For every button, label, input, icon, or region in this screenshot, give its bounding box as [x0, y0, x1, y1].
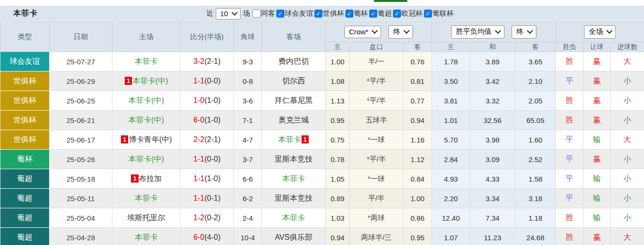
period-select[interactable]: 全场 — [584, 25, 616, 39]
score-cell: 1-2(0-2) — [181, 208, 234, 228]
period-select-value: 全场 — [589, 27, 603, 36]
halftime-score: (2-1) — [204, 57, 221, 65]
fulltime-score: 1-1 — [193, 155, 204, 163]
chevron-down-icon — [495, 28, 501, 34]
away-team-cell: 拜仁慕尼黑 — [262, 91, 326, 111]
crow-home-odds-cell: 1.00 — [326, 52, 350, 71]
crow-home-odds-cell: 0.78 — [326, 150, 350, 169]
home-team-cell: 本菲卡(中) — [112, 91, 181, 111]
halftime-score: (1-0) — [204, 96, 221, 104]
bookmaker-group-header: Crow* 终 — [326, 22, 432, 42]
avg-away-odds-cell: 2.05 — [515, 91, 556, 111]
checked-checkbox-icon[interactable]: ✓ — [276, 10, 284, 18]
filter-item[interactable]: ✓葡超 — [369, 9, 392, 18]
bookmaker-time-select[interactable]: 终 — [388, 25, 413, 39]
outcome-goals-cell: 大 — [611, 228, 644, 245]
corners-cell: 0-8 — [234, 71, 262, 91]
filter-item[interactable]: ✓葡联杯 — [424, 9, 454, 18]
outcome-winloss-cell: 平 — [556, 169, 584, 189]
handicap-line: 平/半 — [368, 194, 384, 202]
handicap-cell: 五球半 — [350, 111, 403, 130]
handicap-cell: *平/半 — [350, 91, 403, 111]
recent-count-select[interactable]: 10 — [216, 8, 241, 20]
crow-away-odds-cell: 0.95 — [403, 228, 432, 245]
filter-controls: 近 10 场 同客✓球会友谊✓世俱杯✓葡杯✓葡超✓欧冠杯✓葡联杯 — [204, 6, 455, 21]
corners-cell: 9-3 — [234, 52, 262, 71]
bookmaker-select-value: Crow* — [349, 28, 369, 36]
red-number-badge: 1 — [121, 135, 128, 143]
fulltime-score: 1-1 — [193, 194, 204, 202]
filter-checkbox-label: 葡杯 — [354, 9, 368, 18]
crow-away-odds-cell: 0.84 — [403, 169, 432, 189]
date-cell: 25-05-18 — [50, 169, 112, 189]
sub-header-avg-home: 主 — [432, 42, 470, 52]
crow-away-odds-cell: 0.77 — [403, 91, 432, 111]
team-name: AVS俱乐部 — [275, 233, 312, 241]
halftime-score: (1-0) — [204, 116, 221, 124]
avg-away-odds-cell: 1.58 — [515, 169, 556, 189]
bookmaker-select[interactable]: Crow* — [344, 26, 382, 38]
checked-checkbox-icon[interactable]: ✓ — [424, 10, 432, 18]
competition-badge: 葡超 — [0, 169, 50, 189]
outcome-winloss-cell: 平 — [556, 71, 584, 91]
outcome-goals-cell: 小 — [611, 150, 644, 169]
fulltime-score: 1-0 — [193, 96, 204, 104]
outcome-handicap-cell: 输 — [584, 130, 611, 150]
sub-header-goals: 进球数 — [611, 42, 644, 52]
checked-checkbox-icon[interactable]: ✓ — [345, 10, 353, 18]
crow-home-odds-cell: 0.89 — [326, 189, 350, 208]
team-title: 本菲卡 — [13, 9, 38, 19]
average-odds-select[interactable]: 胜平负均值 — [451, 25, 504, 39]
team-name: 布拉加 — [139, 174, 162, 183]
team-name: 费内巴切 — [279, 57, 309, 65]
filter-item[interactable]: 同客 — [252, 9, 276, 18]
away-team-cell: 切尔西 — [262, 71, 326, 91]
panel-title-bar: 本菲卡 近 10 场 同客✓球会友谊✓世俱杯✓葡杯✓葡超✓欧冠杯✓葡联杯 — [0, 6, 644, 21]
col-header-score: 比分(半场) — [181, 22, 234, 52]
sub-header-crow-home: 主 — [326, 42, 350, 52]
avg-home-odds-cell: 1.07 — [432, 228, 470, 245]
outcome-goals-cell: 大 — [611, 52, 644, 71]
filter-checkbox-label: 葡超 — [378, 9, 392, 18]
competition-badge: 世俱杯 — [0, 91, 50, 111]
team-name: 本菲卡 — [278, 135, 301, 143]
red-number-badge: 1 — [302, 135, 309, 143]
checked-checkbox-icon[interactable]: ✓ — [369, 10, 377, 18]
score-cell: 3-2(2-1) — [181, 52, 234, 71]
avg-draw-odds-cell: 32.56 — [470, 111, 515, 130]
checked-checkbox-icon[interactable]: ✓ — [393, 10, 401, 18]
outcome-handicap-cell: 赢 — [584, 228, 611, 245]
filter-item[interactable]: ✓球会友谊 — [276, 9, 314, 18]
filter-item[interactable]: ✓葡杯 — [345, 9, 369, 18]
outcome-handicap-cell: 赢 — [584, 111, 611, 130]
score-cell: 1-1(1-0) — [181, 169, 234, 189]
average-time-select[interactable]: 终 — [512, 25, 536, 39]
fulltime-score: 2-2 — [193, 135, 204, 143]
competition-filter-group: 同客✓球会友谊✓世俱杯✓葡杯✓葡超✓欧冠杯✓葡联杯 — [252, 9, 455, 18]
date-cell: 25-04-28 — [50, 228, 112, 245]
crow-home-odds-cell: 1.13 — [326, 91, 350, 111]
average-odds-value: 胜平负均值 — [456, 27, 492, 36]
halftime-score: (2-1) — [204, 135, 221, 143]
filter-checkbox-label: 同客 — [261, 9, 275, 18]
fulltime-score: 3-2 — [193, 57, 204, 65]
filter-item[interactable]: ✓世俱杯 — [314, 9, 345, 18]
competition-badge: 葡杯 — [0, 150, 50, 169]
sub-header-crow-away: 客 — [403, 42, 432, 52]
unchecked-checkbox-icon[interactable] — [252, 10, 261, 18]
filter-item[interactable]: ✓欧冠杯 — [393, 9, 423, 18]
corners-cell: 3-7 — [234, 150, 262, 169]
avg-home-odds-cell: 3.50 — [432, 71, 470, 91]
team-name: 埃斯托里尔 — [127, 214, 165, 222]
handicap-line: 两球半/三 — [361, 233, 392, 241]
fulltime-score: 1-2 — [193, 214, 204, 222]
home-team-cell: 本菲卡 — [112, 228, 181, 245]
checked-checkbox-icon[interactable]: ✓ — [314, 10, 322, 18]
crow-away-odds-cell: 0.94 — [403, 111, 432, 130]
col-header-type: 类型 — [0, 22, 50, 52]
crow-away-odds-cell: 1.00 — [403, 189, 432, 208]
outcome-handicap-cell: 输 — [584, 169, 611, 189]
outcome-goals-cell: 小 — [611, 111, 644, 130]
date-cell: 25-06-17 — [50, 130, 112, 150]
score-cell: 6-0(1-0) — [181, 111, 234, 130]
